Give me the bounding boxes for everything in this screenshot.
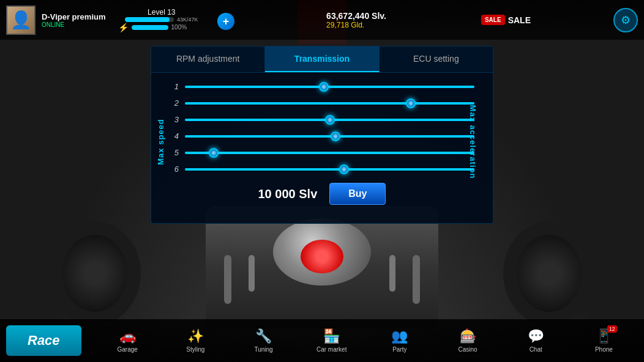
- sale-text: SALE: [508, 15, 531, 25]
- nav-items: 🚗 Garage ✨ Styling 🔧 Tuning 🏪 Car market…: [94, 328, 638, 353]
- xp-bar-container: 43K/47K: [125, 17, 198, 23]
- tire-left: [49, 221, 141, 325]
- slider-thumb-3[interactable]: [325, 115, 335, 125]
- nav-item-casino[interactable]: 🎰 Casino: [449, 328, 486, 353]
- phone-label: Phone: [595, 346, 613, 353]
- slider-thumb-1[interactable]: [319, 82, 329, 92]
- gear-row-6: 6: [170, 164, 474, 174]
- pipe-2: [249, 255, 255, 292]
- casino-icon: 🎰: [460, 328, 476, 344]
- slider-track-2[interactable]: [185, 102, 474, 105]
- car-market-label: Car market: [316, 346, 346, 353]
- player-info: D-Viper premium ONLINE: [42, 12, 106, 28]
- party-icon: 👥: [391, 328, 408, 344]
- header: 👤 D-Viper premium ONLINE Level 13 43K/47…: [0, 0, 644, 40]
- buy-button[interactable]: Buy: [329, 183, 386, 205]
- nav-item-tuning[interactable]: 🔧 Tuning: [245, 328, 282, 353]
- xp-fill: [125, 17, 170, 22]
- buy-section: 10 000 Slv Buy: [170, 183, 474, 205]
- add-currency-button[interactable]: +: [217, 13, 234, 30]
- car-market-icon: 🏪: [323, 328, 340, 344]
- slider-thumb-2[interactable]: [406, 98, 416, 108]
- pipe-right: [413, 255, 420, 304]
- tab-rpm-adjustment[interactable]: RPM adjustment: [151, 46, 265, 72]
- slider-track-5[interactable]: [185, 152, 474, 154]
- slider-thumb-5[interactable]: [209, 148, 219, 158]
- settings-button[interactable]: ⚙: [613, 8, 638, 32]
- player-name: D-Viper premium: [42, 12, 106, 21]
- engine-block: [206, 206, 438, 328]
- avatar: 👤: [6, 6, 36, 35]
- slider-track-1[interactable]: [185, 86, 474, 88]
- main-panel: RPM adjustment Transmission ECU setting …: [151, 46, 493, 224]
- slider-thumb-6[interactable]: [339, 164, 349, 174]
- sale-group: SALE SALE: [481, 15, 531, 25]
- gear-row-3: 3: [170, 115, 474, 124]
- xp-bar: [125, 17, 174, 22]
- gold-amount: 29,718 Gld.: [326, 21, 386, 29]
- chat-icon: 💬: [528, 328, 544, 344]
- air-filter: [301, 240, 343, 273]
- hp-section: ⚡ 100%: [118, 23, 187, 32]
- tab-ecu-setting[interactable]: ECU setting: [380, 46, 493, 72]
- slider-track-6[interactable]: [185, 168, 474, 171]
- race-button[interactable]: Race: [6, 325, 81, 356]
- garage-label: Garage: [117, 346, 137, 353]
- nav-item-car-market[interactable]: 🏪 Car market: [313, 328, 350, 353]
- level-section: Level 13 43K/47K ⚡ 100%: [118, 8, 206, 32]
- garage-icon: 🚗: [119, 328, 136, 344]
- gear-label-2: 2: [170, 98, 179, 108]
- phone-badge: 12: [607, 325, 617, 333]
- nav-item-party[interactable]: 👥 Party: [381, 328, 418, 353]
- nav-item-chat[interactable]: 💬 Chat: [517, 328, 554, 353]
- currency-section: 63,672,440 Slv. 29,718 Gld.: [326, 11, 386, 29]
- slider-thumb-4[interactable]: [331, 131, 340, 141]
- side-label-max-speed: Max speed: [156, 119, 165, 164]
- gear-label-3: 3: [170, 115, 179, 124]
- gear-row-4: 4: [170, 131, 474, 141]
- casino-label: Casino: [458, 346, 477, 353]
- silver-amount: 63,672,440 Slv.: [326, 11, 386, 21]
- nav-item-styling[interactable]: ✨ Styling: [177, 328, 214, 353]
- party-label: Party: [392, 346, 406, 353]
- styling-label: Styling: [186, 346, 204, 353]
- bottom-navigation: Race 🚗 Garage ✨ Styling 🔧 Tuning 🏪 Car m…: [0, 319, 644, 362]
- gear-row-2: 2: [170, 98, 474, 108]
- slider-track-3[interactable]: [185, 119, 474, 121]
- gear-label-1: 1: [170, 82, 179, 91]
- sale-badge: SALE: [481, 15, 505, 25]
- price-label: 10 000 Slv: [258, 187, 318, 201]
- tabs: RPM adjustment Transmission ECU setting: [151, 46, 493, 73]
- gear-label-4: 4: [170, 131, 179, 141]
- tab-transmission[interactable]: Transmission: [265, 46, 379, 72]
- nav-item-garage[interactable]: 🚗 Garage: [109, 328, 146, 353]
- chat-label: Chat: [530, 346, 542, 353]
- tuning-icon: 🔧: [255, 328, 272, 344]
- slider-track-4[interactable]: [185, 135, 474, 138]
- pipe-3: [389, 255, 395, 292]
- panel-content: Max speed Max acceleration 1 2 3 4: [151, 73, 493, 211]
- hp-fill: [132, 25, 168, 30]
- gear-row-5: 5: [170, 148, 474, 157]
- tuning-label: Tuning: [254, 346, 272, 353]
- styling-icon: ✨: [187, 328, 204, 344]
- hp-bar: [132, 25, 168, 30]
- gear-label-6: 6: [170, 164, 179, 174]
- hp-text: 100%: [171, 24, 187, 31]
- gear-row-1: 1: [170, 82, 474, 91]
- gear-label-5: 5: [170, 148, 179, 157]
- xp-text: 43K/47K: [177, 17, 198, 23]
- nav-item-phone[interactable]: 📱 12 Phone: [585, 328, 622, 353]
- pipe-left: [224, 255, 231, 304]
- hp-icon: ⚡: [118, 23, 129, 32]
- tire-right: [503, 221, 595, 325]
- level-label: Level 13: [148, 8, 175, 17]
- player-status: ONLINE: [42, 21, 106, 28]
